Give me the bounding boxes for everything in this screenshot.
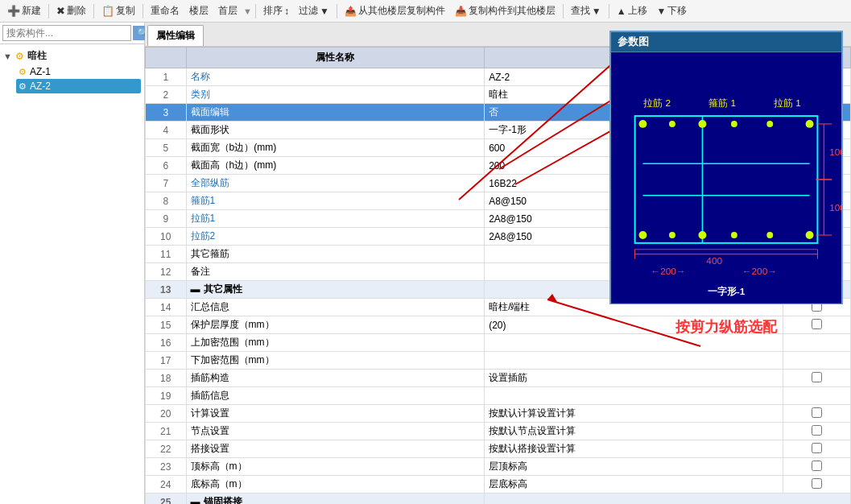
copy-from-icon: 📤	[345, 6, 357, 17]
svg-text:拉筋 2: 拉筋 2	[643, 97, 671, 109]
move-down-button[interactable]: ▼ 下移	[653, 2, 692, 19]
attach-checkbox-cell	[783, 440, 850, 458]
table-row[interactable]: 19插筋信息	[146, 387, 851, 405]
tree-panel: ▼ ⚙ 暗柱 ⚙ AZ-1 ⚙ AZ-2	[0, 44, 144, 504]
attach-checkbox[interactable]	[812, 425, 822, 436]
prop-value-cell[interactable]	[485, 387, 783, 405]
prop-value-cell[interactable]: 按默认搭接设置计算	[485, 440, 783, 458]
col-name: 属性名称	[186, 48, 485, 68]
prop-value-cell[interactable]: 设置插筋	[485, 370, 783, 387]
svg-rect-0	[611, 52, 841, 304]
prop-name-link[interactable]: 类别	[191, 89, 210, 100]
attach-checkbox[interactable]	[812, 461, 822, 471]
copy-to-button[interactable]: 📥 复制构件到其他楼层	[451, 2, 560, 19]
svg-point-7	[698, 120, 706, 128]
section-label: 锚固搭接	[204, 496, 242, 504]
prop-name-cell: 插筋信息	[186, 387, 485, 405]
prop-name-cell: 截面编辑	[186, 104, 485, 122]
diagram-panel: 参数图	[609, 31, 843, 304]
prop-name-link[interactable]: 名称	[191, 71, 210, 82]
prop-name-cell: 插筋构造	[186, 370, 485, 387]
copy-button[interactable]: 📋 复制	[97, 2, 139, 19]
floor-button[interactable]: 楼层	[185, 2, 213, 19]
row-number: 10	[146, 228, 187, 246]
row-number: 1	[146, 68, 187, 86]
attach-checkbox[interactable]	[812, 443, 822, 453]
table-row[interactable]: 22搭接设置按默认搭接设置计算	[146, 440, 851, 458]
diagram-svg: 100 100 400 ←200→ ←200→ 拉筋 2 箍筋 1 拉筋 1 一…	[611, 52, 841, 304]
prop-name-link[interactable]: 箍筋1	[191, 195, 216, 206]
svg-point-4	[639, 231, 647, 239]
attach-checkbox-cell	[783, 352, 850, 370]
table-row[interactable]: 24底标高（m）层底标高	[146, 476, 851, 494]
sep6	[563, 4, 564, 19]
first-floor-button[interactable]: 首层	[214, 2, 242, 19]
prop-value-cell[interactable]: 按默认计算设置计算	[485, 405, 783, 423]
table-row[interactable]: 25▬锚固搭接	[146, 494, 851, 505]
row-number: 13	[146, 281, 187, 299]
prop-name-link[interactable]: 全部纵筋	[191, 177, 229, 188]
attach-checkbox-cell	[783, 370, 850, 387]
row-number: 22	[146, 440, 187, 458]
tree-item-az1[interactable]: ⚙ AZ-1	[16, 64, 141, 79]
table-row[interactable]: 20计算设置按默认计算设置计算	[146, 405, 851, 423]
annotation-text: 按剪力纵筋选配	[609, 317, 843, 337]
prop-value-cell[interactable]: 层顶标高	[485, 458, 783, 476]
item-icon-az1: ⚙	[19, 67, 27, 77]
attach-checkbox[interactable]	[812, 372, 822, 382]
svg-text:←200→: ←200→	[742, 266, 777, 277]
rename-button[interactable]: 重命名	[147, 2, 184, 19]
svg-point-8	[698, 231, 706, 239]
collapse-section-icon[interactable]: ▬	[191, 496, 200, 504]
sep7	[609, 4, 609, 19]
attach-checkbox-cell	[783, 423, 850, 440]
row-number: 24	[146, 476, 187, 494]
prop-value-cell[interactable]	[485, 352, 783, 370]
prop-name-cell: ▬锚固搭接	[186, 494, 485, 505]
row-number: 23	[146, 458, 187, 476]
tree-children: ⚙ AZ-1 ⚙ AZ-2	[16, 64, 141, 93]
row-number: 6	[146, 157, 187, 175]
prop-name-cell: 截面形状	[186, 122, 485, 139]
svg-point-10	[669, 232, 675, 238]
sep3	[143, 4, 143, 19]
attach-checkbox[interactable]	[812, 407, 822, 418]
prop-value-cell[interactable]: 层底标高	[485, 476, 783, 494]
search-input[interactable]	[2, 25, 131, 41]
tree-item-az2[interactable]: ⚙ AZ-2	[16, 79, 141, 93]
svg-point-9	[669, 121, 675, 127]
delete-button[interactable]: ✖ 删除	[52, 2, 90, 19]
filter-button[interactable]: 过滤 ▼	[295, 2, 333, 19]
move-up-button[interactable]: ▲ 上移	[613, 2, 651, 19]
prop-name-cell: 截面宽（b边）(mm)	[186, 139, 485, 157]
new-button[interactable]: ➕ 新建	[3, 2, 45, 19]
prop-name-cell: 上加密范围（mm）	[186, 334, 485, 352]
prop-name-link[interactable]: 拉筋1	[191, 213, 216, 224]
attach-checkbox[interactable]	[812, 478, 822, 489]
prop-name-cell: 节点设置	[186, 423, 485, 440]
svg-point-11	[731, 121, 737, 127]
prop-name-cell: ▬其它属性	[186, 281, 485, 299]
prop-name-link[interactable]: 拉筋2	[191, 230, 216, 242]
prop-value-cell[interactable]: 按默认节点设置计算	[485, 423, 783, 440]
query-button[interactable]: 查找 ▼	[567, 2, 605, 19]
table-row[interactable]: 18插筋构造设置插筋	[146, 370, 851, 387]
copy-from-button[interactable]: 📤 从其他楼层复制构件	[341, 2, 449, 19]
prop-name-cell: 底标高（m）	[186, 476, 485, 494]
row-number: 21	[146, 423, 187, 440]
svg-text:拉筋 1: 拉筋 1	[774, 97, 801, 109]
prop-name-cell: 保护层厚度（mm）	[186, 316, 485, 334]
diagram-canvas: 100 100 400 ←200→ ←200→ 拉筋 2 箍筋 1 拉筋 1 一…	[611, 52, 841, 304]
floor-dropdown[interactable]: ▼	[243, 6, 252, 16]
table-row[interactable]: 17下加密范围（mm）	[146, 352, 851, 370]
prop-name-cell: 下加密范围（mm）	[186, 352, 485, 370]
svg-text:一字形-1: 一字形-1	[708, 286, 746, 297]
tab-property-edit[interactable]: 属性编辑	[147, 25, 204, 46]
svg-point-5	[806, 120, 814, 128]
tree-root-item[interactable]: ▼ ⚙ 暗柱	[3, 48, 141, 64]
svg-text:400: 400	[706, 255, 722, 266]
collapse-section-icon[interactable]: ▬	[191, 283, 200, 295]
table-row[interactable]: 21节点设置按默认节点设置计算	[146, 423, 851, 440]
sort-button[interactable]: 排序 ↕	[259, 2, 293, 19]
table-row[interactable]: 23顶标高（m）层顶标高	[146, 458, 851, 476]
